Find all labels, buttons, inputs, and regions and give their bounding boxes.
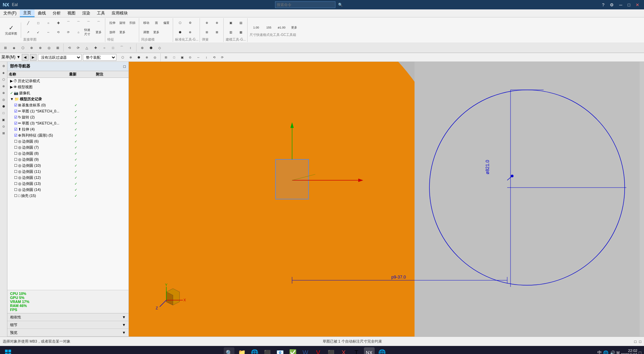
taskbar-edge[interactable]: 🌐 — [249, 347, 260, 354]
build-btn3[interactable]: ▥ — [226, 28, 235, 37]
tb-icon-15[interactable]: ↕ — [127, 44, 134, 51]
nav-item-blend10[interactable]: ☐◎边倒圆 (10) ✓ — [7, 162, 128, 168]
move-face-button[interactable]: 移动 — [142, 18, 151, 27]
view-btn8[interactable]: ▣ — [179, 54, 185, 61]
collapse-dependency-header[interactable]: 相依性 ▼ — [7, 313, 128, 321]
extrude-button[interactable]: 拉伸 — [108, 18, 117, 27]
view-btn7[interactable]: □ — [171, 54, 177, 61]
dim-btn2[interactable]: 155 — [263, 23, 275, 32]
sketch-more1-button[interactable]: ⌒ — [84, 18, 93, 27]
dim-btn3[interactable]: ø1.00 — [275, 23, 287, 32]
tb-icon-6[interactable]: ◎ — [45, 44, 53, 51]
spring-btn4[interactable]: ⊠ — [212, 28, 222, 37]
view-btn9[interactable]: ⊙ — [187, 54, 194, 61]
close-button[interactable]: ✕ — [634, 2, 641, 8]
spring-btn1[interactable]: ⊕ — [202, 18, 212, 27]
std-tool2-button[interactable]: ⚙ — [185, 18, 195, 27]
nav-item-blend13[interactable]: ☐◎边倒圆 (13) ✓ — [7, 181, 128, 187]
left-icon-8[interactable]: □ — [1, 110, 7, 116]
tb-icon-8[interactable]: ⟲ — [66, 44, 73, 51]
menu-file[interactable]: 文件(F) — [0, 9, 20, 17]
view-btn12[interactable]: ⟲ — [211, 54, 218, 61]
revolve-button[interactable]: 旋转 — [118, 18, 127, 27]
collapse-preview-header[interactable]: 预览 ▼ — [7, 329, 128, 336]
maximize-button[interactable]: □ — [626, 2, 632, 8]
tb-icon-18[interactable]: ◇ — [156, 44, 163, 51]
minimize-button[interactable]: ─ — [617, 2, 624, 8]
sketch-tool3-button[interactable]: ↔ — [44, 28, 53, 37]
sketch-line-button[interactable]: ╱ — [23, 18, 33, 27]
view-btn10[interactable]: ↔ — [195, 54, 202, 61]
nav-item-model-view[interactable]: ▶👁模型视图 — [7, 84, 128, 90]
tb-icon-3[interactable]: ⬡ — [19, 44, 26, 51]
settings-button[interactable]: ⚙ — [608, 2, 616, 8]
std-tool4-button[interactable]: ⊕ — [185, 28, 195, 37]
active-filter-select[interactable]: 没有活跃过滤器 — [38, 54, 82, 61]
view-btn4[interactable]: ⊗ — [144, 54, 150, 61]
taskbar-lang[interactable]: 中 — [597, 350, 602, 354]
assembly-select[interactable]: 整个装配 — [83, 54, 116, 61]
left-icon-6[interactable]: ◎ — [1, 97, 7, 103]
view-btn1[interactable]: ⬡ — [119, 54, 126, 61]
nav-item-blend6[interactable]: ☐◎边倒圆 (6) ✓ — [7, 138, 128, 144]
filter-prev-button[interactable]: ◀ — [22, 54, 29, 61]
spring-btn3[interactable]: ⊞ — [202, 28, 212, 37]
feature-more-button[interactable]: 更多 — [118, 28, 127, 37]
tb-icon-13[interactable]: □ — [109, 44, 117, 51]
taskbar-app6[interactable]: ⬛ — [326, 347, 336, 354]
nav-item-sketch3[interactable]: ☑✏草图 (3) *SKETCH_0... ✓ — [7, 120, 128, 126]
menu-tools[interactable]: 工具 — [94, 9, 108, 17]
nav-item-blend7[interactable]: ☐◎边倒圆 (7) ✓ — [7, 144, 128, 150]
tb-icon-9[interactable]: ⟳ — [74, 44, 82, 51]
tb-icon-4[interactable]: ⊕ — [28, 44, 35, 51]
nav-item-model-history[interactable]: ▼📁模型历史记录 — [7, 96, 128, 102]
adjust-button[interactable]: 调整 — [142, 28, 151, 37]
nav-item-camera[interactable]: ✓📷摄像机 — [7, 90, 128, 96]
resize-button[interactable]: 面 — [152, 18, 161, 27]
menu-home[interactable]: 主页 — [20, 9, 35, 17]
blend-button[interactable]: 放样 — [108, 28, 117, 37]
sketch-tool4-button[interactable]: ⟲ — [54, 28, 63, 37]
sync-more-button[interactable]: 更多 — [152, 28, 161, 37]
tb-icon-17[interactable]: ⬢ — [147, 44, 155, 51]
nav-item-blend8[interactable]: ☐◎边倒圆 (8) ✓ — [7, 150, 128, 156]
taskbar-explorer[interactable]: 📁 — [236, 347, 247, 354]
taskbar-chrome[interactable]: 🌐 — [377, 347, 387, 354]
nav-expand-button[interactable]: □ — [123, 64, 126, 69]
menu-render[interactable]: 渲染 — [79, 9, 94, 17]
sketch-tool6-button[interactable]: ⌂ — [74, 28, 83, 37]
taskbar-search[interactable]: 🔍 — [224, 347, 234, 354]
tb-icon-7[interactable]: ⊠ — [54, 44, 61, 51]
tb-icon-5[interactable]: ⊗ — [37, 44, 44, 51]
sketch-tool5-button[interactable]: ⟳ — [64, 28, 73, 37]
taskbar-app7[interactable]: X — [338, 347, 349, 354]
nav-item-revolve[interactable]: ☑↻旋转 (2) ✓ — [7, 114, 128, 120]
taskbar-notification[interactable]: □ — [639, 350, 641, 354]
offset-button[interactable]: 偏置 — [162, 18, 171, 27]
view-btn6[interactable]: ⊞ — [163, 54, 169, 61]
tb-icon-1[interactable]: ⊞ — [2, 44, 9, 51]
tb-icon-11[interactable]: ✚ — [92, 44, 99, 51]
taskbar-app3[interactable]: ✅ — [287, 347, 298, 354]
taskbar-word[interactable]: W — [300, 347, 311, 354]
sketch-rect-button[interactable]: □ — [34, 18, 43, 27]
taskbar-app1[interactable]: ⬛ — [262, 347, 273, 354]
std-tool1-button[interactable]: ⬡ — [175, 18, 185, 27]
std-tool3-button[interactable]: ⬢ — [175, 28, 185, 37]
tb-icon-14[interactable]: ⌒ — [118, 44, 125, 51]
taskbar-app2[interactable]: 📧 — [275, 347, 285, 354]
left-icon-1[interactable]: ⚙ — [1, 63, 7, 69]
nav-item-datum[interactable]: ☑⊞基集坐标系 (0) ✓ — [7, 102, 128, 108]
left-icon-5[interactable]: ⊗ — [1, 90, 7, 96]
nav-item-sketch1[interactable]: ☑✏草图 (1) *SKETCH_0... ✓ — [7, 108, 128, 114]
viewport[interactable]: ø821.0 p9-37.0 — [129, 62, 644, 337]
left-icon-10[interactable]: ⊙ — [1, 123, 7, 130]
nav-item-shell[interactable]: ☐□抽壳 (15) ✓ — [7, 193, 128, 199]
menu-analysis[interactable]: 分析 — [49, 9, 64, 17]
taskbar-network[interactable]: 🌐 — [603, 350, 608, 354]
left-icon-11[interactable]: ⊠ — [1, 130, 7, 136]
search-icon[interactable]: 🔍 — [338, 3, 343, 7]
nav-item-extrude[interactable]: ☑⬆拉伸 (4) ✓ — [7, 126, 128, 132]
status-icon2[interactable]: □ — [639, 340, 641, 344]
sketch-tool1-button[interactable]: ↗ — [23, 28, 33, 37]
